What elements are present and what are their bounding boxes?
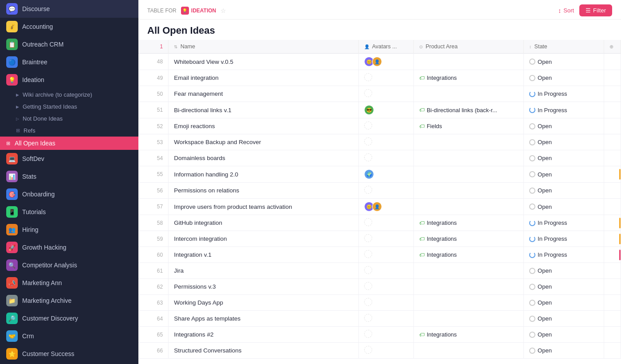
sidebar-item-stats[interactable]: 📊 Stats — [0, 168, 138, 185]
cell-state: Open — [524, 54, 604, 70]
cell-state: Open — [524, 311, 604, 327]
product-area-icon: 🏷 — [419, 236, 424, 242]
product-area-icon: 🏷 — [419, 220, 424, 226]
sidebar-sub-refs[interactable]: ⊞ Refs — [0, 125, 138, 137]
page-title: All Open Ideas — [147, 25, 612, 36]
empty-avatar — [364, 314, 372, 322]
tutorials-icon: 📱 — [6, 206, 18, 218]
product-area-label: Bi-directional links (back-r... — [427, 107, 497, 114]
cell-avatars — [358, 118, 413, 134]
grid-icon: ⊞ — [16, 128, 20, 133]
table-row[interactable]: 52Emoji reactions🏷FieldsOpen — [138, 118, 621, 134]
status-dot — [529, 332, 535, 338]
cell-flag — [604, 134, 621, 150]
col-product-area[interactable]: ⊙ Product Area — [413, 40, 523, 54]
empty-avatar — [364, 346, 372, 354]
col-avatars[interactable]: 👤 Avatars ... — [358, 40, 413, 54]
sidebar-sub-all-open-ideas[interactable]: ⊞ All Open Ideas — [0, 137, 138, 150]
sidebar-label-hiring: Hiring — [22, 226, 39, 233]
sidebar-label-onboarding: Onboarding — [22, 191, 55, 198]
row-flag — [619, 234, 621, 244]
status-dot — [529, 300, 535, 306]
cell-avatars — [358, 247, 413, 263]
sidebar-item-discourse[interactable]: 💬 Discourse — [0, 0, 138, 18]
table-row[interactable]: 63Working Days AppOpen — [138, 295, 621, 311]
table-row[interactable]: 61JiraOpen — [138, 263, 621, 279]
triangle-icon: ▶ — [16, 93, 19, 97]
sidebar-item-outreach-crm[interactable]: 📋 Outreach CRM — [0, 35, 138, 53]
sidebar-item-crm[interactable]: 🤝 Crm — [0, 327, 138, 345]
cell-num: 59 — [138, 231, 169, 247]
table-row[interactable]: 59Intercom integration🏷IntegrationsIn Pr… — [138, 231, 621, 247]
sort-button[interactable]: ↕ Sort — [558, 7, 574, 14]
col-num: 1 — [138, 40, 169, 54]
cell-product-area: 🏷Integrations — [413, 215, 523, 231]
table-row[interactable]: 60Integration v.1🏷IntegrationsIn Progres… — [138, 247, 621, 263]
cell-product-area: 🏷Integrations — [413, 327, 523, 343]
state-label: Open — [538, 155, 552, 161]
row-flag — [619, 250, 621, 260]
table-row[interactable]: 53Workspace Backup and RecoverOpen — [138, 134, 621, 150]
favorite-star-icon[interactable]: ☆ — [220, 7, 226, 14]
table-row[interactable]: 66Structured ConversationsOpen — [138, 343, 621, 359]
cell-name: Working Days App — [169, 295, 359, 311]
sidebar-sub-not-done[interactable]: ▷ Not Done Ideas — [0, 113, 138, 125]
sidebar-item-customer-success[interactable]: ⭐ Customer Success — [0, 345, 138, 363]
cell-flag — [604, 183, 621, 199]
cell-flag — [604, 295, 621, 311]
filter-label: Filter — [593, 7, 606, 14]
sidebar-sub-getting-started[interactable]: ▶ Getting Started Ideas — [0, 101, 138, 113]
table-row[interactable]: 64Share Apps as templatesOpen — [138, 311, 621, 327]
sidebar-sub-label-getting-started: Getting Started Ideas — [23, 103, 77, 110]
cell-state: Open — [524, 134, 604, 150]
sidebar-item-marketing-ann[interactable]: 📣 Marketing Ann — [0, 274, 138, 292]
cell-avatars — [358, 295, 413, 311]
product-area-icon: 🏷 — [419, 75, 424, 81]
state-label: In Progress — [538, 251, 567, 258]
sidebar-item-onboarding[interactable]: 🎯 Onboarding — [0, 185, 138, 203]
sidebar-item-competitor-analysis[interactable]: 🔍 Competitor Analysis — [0, 256, 138, 274]
col-state[interactable]: ↕ State — [524, 40, 604, 54]
sidebar-item-softdev[interactable]: 💻 SoftDev — [0, 150, 138, 168]
table-row[interactable]: 57Improve users from product teams activ… — [138, 199, 621, 215]
sidebar-sub-wiki-archive[interactable]: ▶ Wiki archive (to categorize) — [0, 89, 138, 101]
sidebar-item-marketing-archive[interactable]: 📁 Marketing Archive — [0, 292, 138, 309]
table-row[interactable]: 54Domainless boardsOpen — [138, 150, 621, 166]
empty-avatar — [364, 153, 372, 161]
table-row[interactable]: 51Bi-directional links v.1😎🏷Bi-direction… — [138, 102, 621, 118]
marketing-ann-icon: 📣 — [6, 277, 18, 289]
table-row[interactable]: 65Integrations #2🏷IntegrationsOpen — [138, 327, 621, 343]
row-flag — [619, 169, 621, 180]
table-row[interactable]: 56Permissions on relationsOpen — [138, 183, 621, 199]
table-row[interactable]: 50Fear managementIn Progress — [138, 86, 621, 102]
col-name[interactable]: ⇅ Name — [169, 40, 359, 54]
cell-state: Open — [524, 70, 604, 86]
table-row[interactable]: 55Information handling 2.0🌍Open — [138, 166, 621, 183]
status-dot — [529, 75, 535, 81]
sidebar-item-accounting[interactable]: 💰 Accounting — [0, 18, 138, 35]
cell-state: In Progress — [524, 215, 604, 231]
state-label: Open — [538, 204, 552, 210]
cell-flag — [604, 150, 621, 166]
table-row[interactable]: 49Email integration🏷IntegrationsOpen — [138, 70, 621, 86]
ideation-icon: 💡 — [6, 74, 18, 86]
empty-avatar — [364, 234, 372, 242]
customer-discovery-icon: 🔎 — [6, 313, 18, 324]
cell-name: Integration v.1 — [169, 247, 359, 263]
table-row[interactable]: 58GitHub integration🏷IntegrationsIn Prog… — [138, 215, 621, 231]
sidebar-item-ideation[interactable]: 💡 Ideation — [0, 71, 138, 89]
cell-state: Open — [524, 183, 604, 199]
state-label: In Progress — [538, 235, 567, 242]
cell-num: 54 — [138, 150, 169, 166]
table-row[interactable]: 48Whiteboard View v.0.5😊👤Open — [138, 54, 621, 70]
state-label: Open — [538, 315, 552, 322]
sidebar-item-hiring[interactable]: 👥 Hiring — [0, 221, 138, 239]
sidebar-item-braintree[interactable]: 🔵 Braintree — [0, 53, 138, 71]
sidebar-item-customer-discovery[interactable]: 🔎 Customer Discovery — [0, 309, 138, 327]
sidebar-item-tutorials[interactable]: 📱 Tutorials — [0, 203, 138, 221]
cell-avatars — [358, 311, 413, 327]
sidebar-item-growth-hacking[interactable]: 🚀 Growth Hacking — [0, 239, 138, 256]
filter-button[interactable]: ☰ Filter — [579, 4, 612, 16]
table-row[interactable]: 62Permissions v.3Open — [138, 279, 621, 295]
cell-avatars: 🌍 — [358, 166, 413, 183]
